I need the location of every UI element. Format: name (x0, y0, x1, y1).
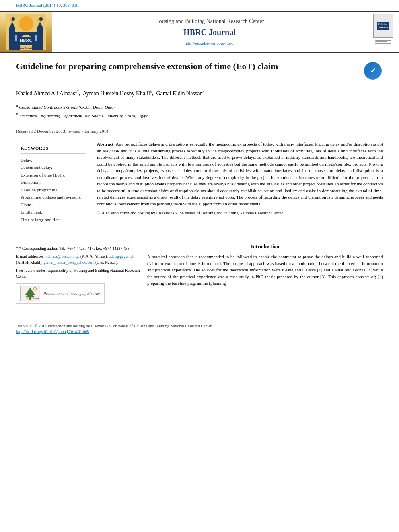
affil-b-label: b (16, 112, 18, 116)
author1-sup: a* (75, 89, 79, 94)
author3-name: Gamal Eldin Nassar (156, 90, 202, 97)
affil-a-label: a (16, 103, 18, 107)
abstract-column: Abstract Any project faces delays and di… (97, 141, 383, 228)
citation-bar: HBRC Journal (2014) 10, 308–316 (0, 0, 399, 11)
journal-url[interactable]: http://ees.elsevier.com/hbrcj (185, 40, 234, 46)
introduction-title: Introduction (147, 243, 383, 250)
footer-doi[interactable]: http://dx.doi.org/10.1016/j.hbrcj.2014.0… (16, 329, 383, 335)
footnote-email: E-mail addresses: kalnaas@ccc.com.qa (K.… (16, 253, 141, 265)
page-footer: 1687-4048 © 2014 Production and hosting … (0, 320, 399, 338)
keywords-abstract-section: KEYWORDS Delay; Concurrent delay; Extens… (16, 141, 383, 228)
doi-link[interactable]: http://dx.doi.org/10.1016/j.hbrcj.2014.0… (16, 329, 89, 334)
elsevier-badge: ELSEVIER Production and hosting by Elsev… (16, 283, 105, 304)
section-divider (16, 236, 383, 236)
keywords-column: KEYWORDS Delay; Concurrent delay; Extens… (16, 141, 90, 228)
thumb-hbrc-label: HBRCJournal (377, 22, 389, 31)
keyword-4: Disruption; (21, 179, 86, 186)
article-title: Guideline for preparing comprehensive ex… (16, 61, 278, 72)
email-label: E-mail addresses: (16, 254, 45, 259)
journal-title: HBRC Journal (183, 27, 235, 38)
email1-link[interactable]: kalnaas@ccc.com.qa (45, 254, 79, 259)
keyword-8: Entitlement; (21, 209, 86, 216)
abstract-label: Abstract (97, 142, 113, 146)
hbrc-label: HBRC (17, 37, 35, 44)
authors-line: Khaled Ahmed Ali Alnaasa*, Ayman Hussein… (16, 89, 383, 97)
keyword-3: Extension of time (EoT); (21, 172, 86, 179)
email1-name: (K.A.A. Alnaas), (80, 254, 108, 259)
author2-sup: b (150, 89, 152, 94)
copyright-text: © 2014 Production and hosting by Elsevie… (97, 210, 383, 216)
footnote-corresponding: * * Corresponding author. Tel.: +974 442… (16, 243, 141, 251)
affil-b-text: Structural Engineering Department, Ain S… (19, 113, 148, 118)
abstract-body: Any project faces delays and disruptions… (97, 142, 383, 206)
received-dates: Received 2 December 2013; revised 7 Janu… (16, 125, 383, 134)
intro-body: A practical approach that is recommended… (147, 254, 383, 286)
svg-point-1 (19, 16, 33, 31)
institution-name: Housing and Building National Research C… (155, 17, 264, 25)
author2-name: Ayman Hussein Hosny Khalil (83, 90, 150, 97)
keyword-7: Claim; (21, 201, 86, 208)
email2-link[interactable]: adec@gega.net (109, 254, 134, 259)
svg-point-12 (39, 17, 43, 21)
keyword-6: Programme updates and revisions; (21, 194, 86, 201)
author1-name: Khaled Ahmed Ali Alnaas (16, 90, 75, 97)
footnote-corresponding-text: * Corresponding author. Tel.: +974 44237… (19, 246, 131, 251)
keyword-2: Concurrent delay; (21, 164, 86, 171)
header-center: Housing and Building National Research C… (52, 12, 367, 52)
affiliation-a: a Consolidated Contractors Group (CCC), … (16, 103, 383, 110)
article-title-row: Guideline for preparing comprehensive ex… (16, 61, 383, 81)
footer-issn: 1687-4048 © 2014 Production and hosting … (16, 323, 383, 329)
abstract-text: Abstract Any project faces delays and di… (97, 141, 383, 207)
header-logo: HBRC الهيئة العامة للإسكان والبناء (0, 12, 52, 52)
crossmark-badge[interactable]: ✓ (363, 61, 383, 81)
footnote-peer-review: Peer review under responsibility of Hous… (16, 267, 141, 279)
keywords-list: Delay; Concurrent delay; Extension of ti… (21, 157, 86, 223)
crossmark-icon[interactable]: ✓ (364, 62, 382, 80)
main-content: Guideline for preparing comprehensive ex… (0, 53, 399, 312)
keyword-9: Time at large and float (21, 216, 86, 223)
journal-cover-thumbnail: HBRCJournal (373, 14, 393, 38)
keywords-title: KEYWORDS (21, 145, 86, 153)
introduction-column: Introduction A practical approach that i… (147, 243, 383, 304)
bottom-section: * * Corresponding author. Tel.: +974 442… (16, 243, 383, 304)
introduction-text: A practical approach that is recommended… (147, 253, 383, 287)
email3-link[interactable]: gamal_nassar_cec@yahoo.com (43, 260, 94, 265)
author3-sup: b (202, 89, 204, 94)
elsevier-logo: ELSEVIER (20, 286, 40, 301)
hbrc-arch-icon (6, 14, 46, 50)
elsevier-badge-text: Production and hosting by Elsevier (43, 291, 100, 296)
affiliations: a Consolidated Contractors Group (CCC), … (16, 103, 383, 119)
peer-review-text: Peer review under responsibility of Hous… (16, 268, 140, 279)
affil-a-text: Consolidated Contractors Group (CCC), Do… (19, 104, 115, 109)
email2-name: (A.H.H. Khalil), (16, 260, 43, 265)
header-thumbnail: HBRCJournal (367, 12, 399, 52)
footnotes-column: * * Corresponding author. Tel.: +974 442… (16, 243, 141, 304)
author-reference: author (307, 274, 319, 279)
citation-text: HBRC Journal (2014) 10, 308–316 (16, 3, 78, 8)
keyword-5: Baseline programme; (21, 187, 86, 193)
thumb-lines (375, 39, 391, 46)
affiliation-b: b Structural Engineering Department, Ain… (16, 111, 383, 119)
keyword-1: Delay; (21, 157, 86, 164)
journal-header: HBRC الهيئة العامة للإسكان والبناء Housi… (0, 11, 399, 53)
email3-name: (G.E. Nassar). (95, 260, 118, 265)
svg-point-10 (12, 17, 15, 21)
arabic-text: الهيئة العامة للإسكان والبناء (10, 46, 41, 50)
